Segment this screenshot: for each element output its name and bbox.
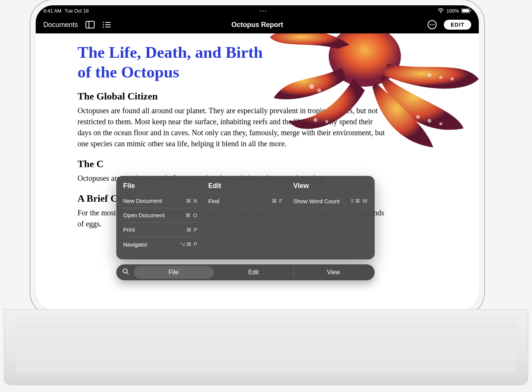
svg-point-26 xyxy=(428,73,431,77)
multitask-dots[interactable] xyxy=(89,9,437,12)
svg-point-20 xyxy=(302,115,306,119)
shortcuts-search-button[interactable] xyxy=(118,268,134,277)
svg-point-24 xyxy=(428,119,431,123)
shortcuts-col-edit-title: Edit xyxy=(208,182,283,190)
svg-rect-4 xyxy=(86,21,94,28)
svg-point-25 xyxy=(439,122,442,125)
svg-point-17 xyxy=(309,84,314,89)
shortcut-navigator[interactable]: Navigator ⌥⌘ P xyxy=(123,237,198,251)
search-icon xyxy=(122,268,129,275)
shortcuts-tab-edit[interactable]: Edit xyxy=(214,266,293,279)
svg-point-13 xyxy=(430,24,431,25)
svg-point-28 xyxy=(451,77,454,81)
battery-icon xyxy=(461,8,471,13)
svg-point-14 xyxy=(432,24,433,25)
shortcuts-col-view-title: View xyxy=(293,182,368,190)
shortcuts-col-view: View Show Word Count ⇧⌘ W xyxy=(293,182,368,251)
magic-keyboard xyxy=(4,309,528,385)
shortcut-print[interactable]: Print ⌘ P xyxy=(123,223,198,237)
svg-point-19 xyxy=(325,92,329,95)
svg-point-23 xyxy=(416,115,420,119)
svg-point-0 xyxy=(440,12,441,13)
octopus-illustration xyxy=(266,33,479,159)
shortcut-find[interactable]: Find ⌘ F xyxy=(208,194,283,208)
svg-point-15 xyxy=(434,24,435,25)
edit-button[interactable]: EDIT xyxy=(444,20,471,30)
keyboard-shortcuts-tabs: File Edit View xyxy=(116,264,375,280)
svg-point-8 xyxy=(103,24,104,25)
status-date: Tue Oct 18 xyxy=(65,8,89,14)
svg-point-27 xyxy=(439,76,442,79)
section2-heading: The C xyxy=(78,158,460,170)
shortcuts-col-file: File New Document ⌘ N Open Document ⌘ O … xyxy=(123,182,198,251)
doc-title: The Life, Death, and Birth of the Octopu… xyxy=(78,43,275,82)
keyboard-shortcuts-panel: File New Document ⌘ N Open Document ⌘ O … xyxy=(116,176,375,259)
status-bar: 9:41 AM Tue Oct 18 100% xyxy=(36,5,479,16)
shortcut-open-document[interactable]: Open Document ⌘ O xyxy=(123,208,198,223)
svg-rect-3 xyxy=(470,10,471,11)
svg-point-10 xyxy=(103,27,104,28)
shortcuts-tab-file[interactable]: File xyxy=(134,266,213,279)
svg-point-29 xyxy=(123,269,127,273)
back-button[interactable]: Documents xyxy=(43,21,78,29)
svg-rect-2 xyxy=(462,9,469,12)
list-icon[interactable] xyxy=(102,21,111,28)
more-icon[interactable] xyxy=(427,20,437,30)
svg-point-22 xyxy=(325,120,328,123)
shortcuts-col-file-title: File xyxy=(123,182,198,190)
wifi-icon xyxy=(437,8,444,13)
svg-point-6 xyxy=(103,22,104,23)
sidebar-icon[interactable] xyxy=(86,21,95,28)
status-time: 9:41 AM xyxy=(43,8,62,14)
svg-line-30 xyxy=(127,273,129,275)
battery-percent: 100% xyxy=(446,8,459,14)
svg-point-21 xyxy=(314,118,317,122)
shortcuts-col-edit: Edit Find ⌘ F xyxy=(208,182,283,251)
shortcut-new-document[interactable]: New Document ⌘ N xyxy=(123,194,198,208)
shortcut-show-word-count[interactable]: Show Word Count ⇧⌘ W xyxy=(293,194,368,208)
app-toolbar: Documents Octopus Report xyxy=(36,16,479,33)
shortcuts-tab-view[interactable]: View xyxy=(294,266,373,279)
svg-point-18 xyxy=(317,89,321,92)
